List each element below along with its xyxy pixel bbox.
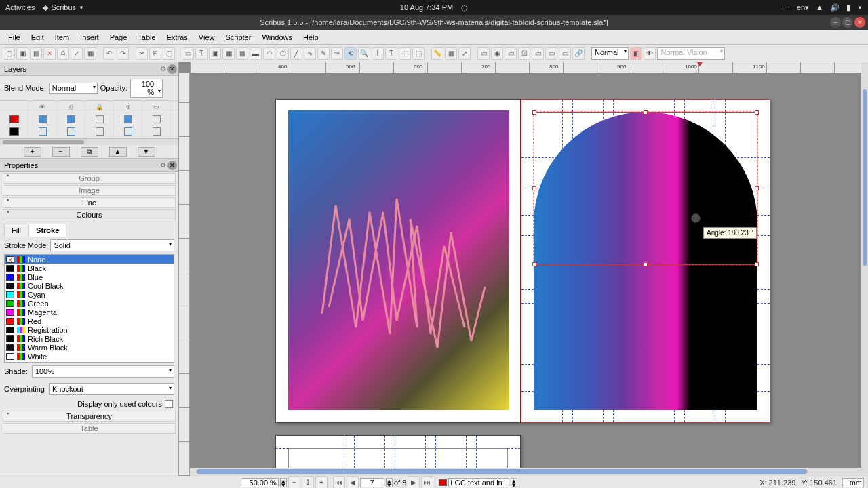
prop-group[interactable]: Group bbox=[3, 173, 176, 184]
zoom-in-button[interactable]: + bbox=[315, 476, 328, 489]
layer-row[interactable] bbox=[0, 125, 178, 138]
color-list[interactable]: XNoneBlackBlueCool BlackCyanGreenMagenta… bbox=[4, 254, 174, 363]
unit-select[interactable]: mm bbox=[842, 478, 864, 487]
unlink-frames-tool[interactable]: ⬚ bbox=[412, 47, 425, 60]
shade-field[interactable]: 100% bbox=[32, 365, 174, 378]
table-tool[interactable]: ▦ bbox=[236, 47, 248, 60]
language-indicator[interactable]: en▾ bbox=[797, 3, 809, 12]
display-only-used-checkbox[interactable] bbox=[165, 400, 173, 408]
layer-name-field[interactable]: LGC text and in bbox=[448, 478, 509, 487]
preview-button[interactable]: 👁 bbox=[644, 47, 656, 60]
new-button[interactable]: ▢ bbox=[3, 47, 15, 60]
polygon-tool[interactable]: ⬠ bbox=[277, 47, 289, 60]
selection-frame[interactable] bbox=[534, 112, 757, 265]
horizontal-ruler[interactable]: 400 500 600 700 800 900 1000 1100 bbox=[190, 62, 868, 73]
image-frame-tool[interactable]: ▣ bbox=[209, 47, 221, 60]
menu-file[interactable]: File bbox=[3, 33, 26, 41]
vertical-ruler[interactable] bbox=[179, 73, 190, 476]
color-row[interactable]: Registration bbox=[5, 325, 174, 334]
page-right[interactable]: Angle: 180.23 ° bbox=[521, 99, 770, 423]
close-doc-button[interactable]: ✕ bbox=[43, 47, 56, 60]
color-row[interactable]: Cyan bbox=[5, 290, 174, 299]
close-button[interactable]: ✕ bbox=[854, 17, 865, 28]
properties-options-icon[interactable]: ⚙ bbox=[160, 161, 166, 169]
preview-mode-select[interactable]: Normal bbox=[591, 47, 629, 60]
canvas-hscroll[interactable] bbox=[190, 468, 868, 476]
color-row[interactable]: Magenta bbox=[5, 308, 174, 317]
next-page-button[interactable]: ▶ bbox=[408, 476, 420, 489]
pdf-checkbox[interactable]: ☑ bbox=[518, 47, 530, 60]
cut-button[interactable]: ✂ bbox=[136, 47, 148, 60]
arc-tool[interactable]: ◠ bbox=[263, 47, 275, 60]
layer-outline-check[interactable] bbox=[153, 127, 161, 136]
pdf-annotation[interactable]: ▭ bbox=[559, 47, 571, 60]
tab-fill[interactable]: Fill bbox=[4, 224, 28, 237]
link-frames-tool[interactable]: ⬚ bbox=[399, 47, 411, 60]
selection-handle[interactable] bbox=[644, 262, 648, 266]
layers-close-icon[interactable]: ✕ bbox=[167, 64, 177, 74]
minimize-button[interactable]: – bbox=[830, 17, 841, 28]
paste-button[interactable]: ▢ bbox=[163, 47, 175, 60]
page-left[interactable] bbox=[275, 99, 521, 423]
color-row[interactable]: Green bbox=[5, 299, 174, 308]
bezier-tool[interactable]: ∿ bbox=[304, 47, 316, 60]
pdf-link[interactable]: 🔗 bbox=[572, 47, 585, 60]
calligraphy-tool[interactable]: ✑ bbox=[331, 47, 343, 60]
story-editor-tool[interactable]: T bbox=[385, 47, 397, 60]
layer-lock-check[interactable] bbox=[96, 115, 104, 123]
color-row[interactable]: Rich Black bbox=[5, 334, 174, 343]
menu-insert[interactable]: Insert bbox=[75, 33, 104, 41]
clock[interactable]: 10 Aug 7:34 PM bbox=[400, 3, 453, 12]
menu-page[interactable]: Page bbox=[104, 33, 133, 41]
color-row[interactable]: Red bbox=[5, 317, 174, 325]
menu-table[interactable]: Table bbox=[132, 33, 161, 41]
measure-tool[interactable]: 📏 bbox=[431, 47, 443, 60]
system-menu-chevron-icon[interactable]: ▼ bbox=[857, 5, 863, 11]
copy-button[interactable]: ⎘ bbox=[149, 47, 161, 60]
volume-icon[interactable]: 🔊 bbox=[830, 3, 840, 12]
selection-handle[interactable] bbox=[532, 186, 536, 190]
selection-handle[interactable] bbox=[755, 262, 759, 266]
color-row[interactable]: Warm Black bbox=[5, 343, 174, 352]
color-row[interactable]: Blue bbox=[5, 272, 174, 281]
rotate-tool[interactable]: ⟲ bbox=[344, 47, 357, 60]
layer-row[interactable] bbox=[0, 113, 178, 125]
expand-icon[interactable]: ▸ bbox=[7, 410, 9, 416]
layer-outline-check[interactable] bbox=[153, 115, 161, 123]
color-row[interactable]: Black bbox=[5, 264, 174, 272]
app-menu[interactable]: ◆ Scribus ▼ bbox=[43, 3, 84, 12]
freehand-tool[interactable]: ✎ bbox=[317, 47, 330, 60]
prop-table[interactable]: Table bbox=[3, 423, 176, 434]
color-row[interactable]: Cool Black bbox=[5, 281, 174, 290]
selection-handle[interactable] bbox=[755, 186, 759, 190]
pdf-button[interactable]: ▦ bbox=[84, 47, 96, 60]
layer-spinner[interactable]: ▴▾ bbox=[511, 478, 517, 487]
pdf-pushbutton[interactable]: ▭ bbox=[477, 47, 490, 60]
layer-flow-check[interactable] bbox=[124, 127, 132, 136]
first-page-button[interactable]: ⏮ bbox=[333, 476, 345, 489]
layer-remove-button[interactable]: − bbox=[52, 147, 70, 157]
menu-edit[interactable]: Edit bbox=[26, 33, 50, 41]
expand-icon[interactable]: ▸ bbox=[7, 197, 9, 203]
prop-transparency[interactable]: Transparency bbox=[3, 411, 176, 422]
text-frame-tool[interactable]: T bbox=[195, 47, 208, 60]
edit-contents-tool[interactable]: I bbox=[372, 47, 384, 60]
blend-mode-select[interactable]: Normal bbox=[49, 83, 98, 94]
save-button[interactable]: ▤ bbox=[30, 47, 42, 60]
layer-duplicate-button[interactable]: ⧉ bbox=[81, 147, 98, 157]
menu-help[interactable]: Help bbox=[298, 33, 324, 41]
undo-button[interactable]: ↶ bbox=[103, 47, 115, 60]
prop-image[interactable]: Image bbox=[3, 185, 176, 196]
layer-add-button[interactable]: + bbox=[24, 147, 41, 157]
selection-handle[interactable] bbox=[532, 110, 536, 115]
menu-scripter[interactable]: Scripter bbox=[220, 33, 256, 41]
tab-stroke[interactable]: Stroke bbox=[28, 224, 66, 237]
activities-button[interactable]: Activities bbox=[5, 3, 35, 12]
layers-hscroll[interactable] bbox=[0, 138, 178, 145]
canvas[interactable]: Angle: 180.23 ° bbox=[190, 73, 868, 468]
menu-extras[interactable]: Extras bbox=[161, 33, 193, 41]
network-icon[interactable]: ▲ bbox=[816, 3, 823, 12]
colorblind-select[interactable]: Normal Vision bbox=[657, 47, 725, 60]
layer-visible-check[interactable] bbox=[39, 127, 47, 136]
properties-close-icon[interactable]: ✕ bbox=[167, 161, 177, 170]
